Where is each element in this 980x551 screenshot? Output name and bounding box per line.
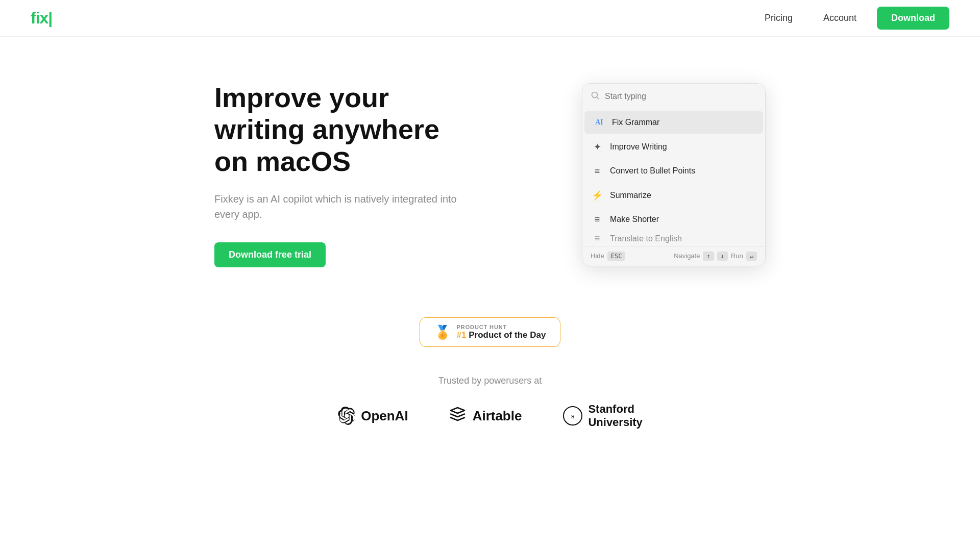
popup-search-bar — [582, 84, 765, 110]
popup-item-summarize[interactable]: ⚡ Summarize — [582, 183, 765, 208]
popup-item-translate[interactable]: ≡ Translate to English — [582, 232, 765, 246]
ph-label: PRODUCT HUNT — [457, 324, 546, 330]
header: fix| Pricing Account Download — [0, 0, 980, 37]
hide-label: Hide — [591, 252, 604, 260]
stanford-logo: S StanfordUniversity — [562, 403, 642, 430]
product-hunt-badge: 🏅 PRODUCT HUNT #1 Product of the Day — [420, 317, 561, 347]
nav: Pricing Account Download — [754, 7, 949, 30]
popup-footer-hide: Hide ESC — [591, 252, 625, 261]
nav-account-link[interactable]: Account — [813, 9, 867, 28]
brand-logos-row: OpenAI Airtable S StanfordUniversity — [337, 403, 643, 430]
fix-grammar-label: Fix Grammar — [612, 118, 659, 127]
summarize-icon: ⚡ — [592, 190, 603, 201]
trusted-label: Trusted by powerusers at — [438, 375, 542, 386]
svg-line-1 — [597, 97, 599, 99]
run-key: ↵ — [746, 252, 757, 261]
run-label: Run — [731, 252, 743, 260]
openai-name: OpenAI — [361, 408, 408, 424]
popup-item-improve-writing[interactable]: ✦ Improve Writing — [582, 135, 765, 159]
improve-writing-label: Improve Writing — [610, 142, 667, 152]
svg-point-0 — [592, 92, 598, 97]
popup-item-fix-grammar[interactable]: AI Fix Grammar — [584, 111, 763, 134]
bullet-points-icon: ≡ — [592, 166, 603, 177]
svg-text:S: S — [571, 413, 574, 419]
logo: fix| — [31, 9, 52, 28]
hide-key: ESC — [607, 252, 626, 261]
hero-section: Improve your writing anywhere on macOS F… — [0, 37, 980, 302]
airtable-name: Airtable — [473, 408, 522, 424]
navigate-up-key: ↑ — [703, 252, 714, 261]
popup-footer: Hide ESC Navigate ↑ ↓ Run ↵ — [582, 246, 765, 266]
make-shorter-icon: ≡ — [592, 214, 603, 225]
trusted-section: Trusted by powerusers at OpenAI Airtable… — [0, 375, 980, 460]
popup-widget: AI Fix Grammar ✦ Improve Writing ≡ Conve… — [582, 83, 766, 266]
popup-item-make-shorter[interactable]: ≡ Make Shorter — [582, 208, 765, 232]
openai-icon — [337, 407, 356, 425]
popup-item-bullet-points[interactable]: ≡ Convert to Bullet Points — [582, 159, 765, 183]
stanford-name: StanfordUniversity — [588, 403, 642, 430]
summarize-label: Summarize — [610, 191, 651, 200]
make-shorter-label: Make Shorter — [610, 215, 659, 224]
popup-menu-list: AI Fix Grammar ✦ Improve Writing ≡ Conve… — [582, 111, 765, 246]
search-icon — [591, 91, 600, 103]
ph-title: #1 Product of the Day — [457, 330, 546, 340]
ph-text: PRODUCT HUNT #1 Product of the Day — [457, 324, 546, 340]
trophy-icon: 🏅 — [434, 324, 451, 340]
popup-footer-navigate: Navigate ↑ ↓ Run ↵ — [674, 252, 757, 261]
airtable-icon — [449, 407, 468, 425]
translate-icon: ≡ — [592, 233, 603, 244]
stanford-icon: S — [562, 406, 583, 426]
translate-label: Translate to English — [610, 234, 682, 243]
fix-grammar-icon: AI — [594, 118, 605, 127]
openai-logo: OpenAI — [337, 407, 408, 425]
download-trial-button[interactable]: Download free trial — [214, 242, 326, 267]
nav-download-button[interactable]: Download — [877, 7, 949, 30]
bullet-points-label: Convert to Bullet Points — [610, 166, 695, 176]
hero-title: Improve your writing anywhere on macOS — [214, 82, 480, 177]
hero-right: AI Fix Grammar ✦ Improve Writing ≡ Conve… — [582, 83, 766, 266]
hero-subtitle: Fixkey is an AI copilot which is nativel… — [214, 191, 480, 222]
navigate-label: Navigate — [674, 252, 700, 260]
nav-pricing-link[interactable]: Pricing — [754, 9, 803, 28]
popup-search-input[interactable] — [605, 92, 757, 101]
airtable-logo: Airtable — [449, 407, 522, 425]
social-proof-section: 🏅 PRODUCT HUNT #1 Product of the Day — [0, 302, 980, 375]
hero-left: Improve your writing anywhere on macOS F… — [214, 82, 480, 267]
navigate-down-key: ↓ — [717, 252, 728, 261]
improve-writing-icon: ✦ — [592, 141, 603, 153]
